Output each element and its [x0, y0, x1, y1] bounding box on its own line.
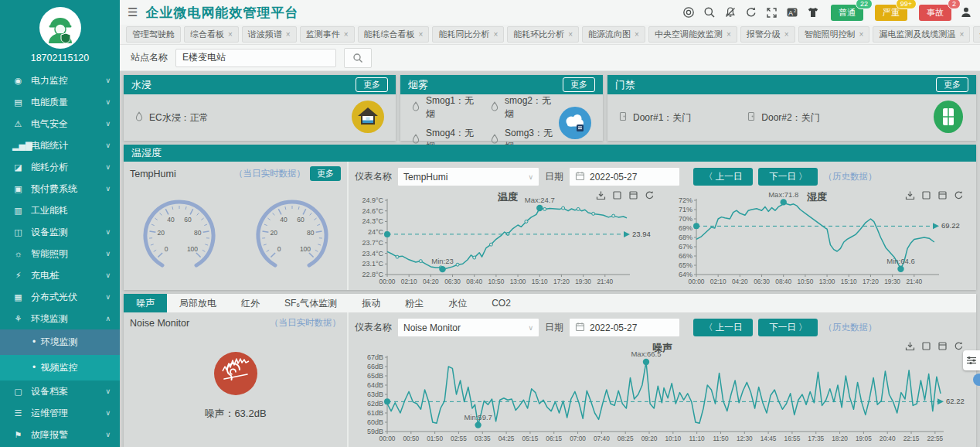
temphumi-prev-day-button[interactable]: 〈 上一日 — [693, 168, 753, 186]
at-icon[interactable] — [682, 6, 695, 19]
env-tab-振动[interactable]: 振动 — [349, 294, 393, 312]
tab-漏电监测及线缆测温[interactable]: 漏电监测及线缆测温× — [873, 26, 970, 43]
sidebar-item-电能质量[interactable]: ▤电能质量∨ — [0, 91, 120, 113]
tab-能耗环比分析[interactable]: 能耗环比分析× — [507, 26, 579, 43]
tab-监测事件[interactable]: 监测事件× — [300, 26, 355, 43]
env-tab-CO2[interactable]: CO2 — [479, 294, 523, 312]
svg-text:04:20: 04:20 — [732, 278, 748, 285]
chat-flyout-bubble[interactable] — [973, 374, 980, 386]
temphumi-next-day-button[interactable]: 下一日 〉 — [758, 168, 818, 186]
door-panel-title: 门禁 — [615, 78, 635, 92]
temphumi-meter-select[interactable]: TempHumi∨ — [397, 167, 539, 186]
sidebar-subitem-环境监测[interactable]: • 环境监测 — [0, 329, 120, 355]
sidebar-item-能耗分析[interactable]: ◪能耗分析∨ — [0, 156, 120, 178]
tab-谐波频谱[interactable]: 谐波频谱× — [242, 26, 297, 43]
close-icon[interactable]: × — [635, 30, 639, 39]
close-icon[interactable]: × — [568, 30, 573, 39]
sidebar-item-智能照明[interactable]: ☼智能照明∨ — [0, 243, 120, 264]
close-icon[interactable]: × — [726, 30, 731, 39]
search-icon[interactable] — [703, 6, 716, 19]
tab-管理驾驶舱[interactable]: 管理驾驶舱 — [126, 26, 181, 43]
close-icon[interactable]: × — [959, 30, 964, 39]
station-name-input[interactable] — [175, 49, 336, 67]
user-avatar[interactable] — [39, 7, 81, 49]
alarm-button-普通[interactable]: 普通22 — [831, 5, 863, 21]
svg-text:09:20: 09:20 — [641, 435, 658, 442]
svg-text:40: 40 — [280, 215, 288, 223]
sidebar-item-环境监测[interactable]: ⚘环境监测∧ — [0, 308, 120, 329]
close-icon[interactable]: × — [493, 30, 498, 39]
sidebar-item-运维管理[interactable]: ☰运维管理∨ — [0, 402, 120, 424]
water-more-button[interactable]: 更多 — [356, 77, 388, 92]
noise-prev-day-button[interactable]: 〈 上一日 — [693, 319, 753, 336]
sidebar-item-充电桩[interactable]: ⚡充电桩∨ — [0, 264, 120, 286]
sidebar-subitem-视频监控[interactable]: • 视频监控 — [0, 355, 120, 380]
svg-text:64dB: 64dB — [367, 381, 383, 389]
temphumi-more-button[interactable]: 更多 — [310, 166, 341, 181]
sidebar-item-电气安全[interactable]: ⚠电气安全∨ — [0, 113, 120, 135]
tab-报警分级[interactable]: 报警分级× — [740, 26, 795, 43]
svg-text:06:30: 06:30 — [754, 278, 770, 285]
door-closed-icon — [931, 100, 965, 136]
theme-icon[interactable] — [807, 6, 819, 19]
sidebar-item-分布式光伏[interactable]: ▦分布式光伏∨ — [0, 286, 120, 308]
water-panel-body: EC水浸：正常 — [124, 94, 396, 141]
droplet-icon — [134, 111, 144, 124]
tab-label: 报警分级 — [747, 29, 781, 40]
close-icon[interactable]: × — [419, 30, 424, 39]
sidebar-item-故障报警[interactable]: ⚑故障报警∨ — [0, 424, 120, 445]
tab-能耗综合看板[interactable]: 能耗综合看板× — [358, 26, 430, 43]
close-icon[interactable]: × — [859, 30, 864, 39]
alarm-button-严重[interactable]: 严重99+ — [875, 5, 907, 21]
tab-综合看板[interactable]: 综合看板× — [184, 26, 239, 43]
svg-text:67dB: 67dB — [367, 353, 383, 361]
fullscreen-icon[interactable] — [766, 7, 778, 19]
noise-next-day-button[interactable]: 下一日 〉 — [758, 319, 818, 336]
env-tab-粉尘[interactable]: 粉尘 — [393, 294, 436, 312]
env-tab-局部放电[interactable]: 局部放电 — [167, 294, 229, 312]
user-icon[interactable] — [960, 6, 972, 19]
app-root: 18702115120 ◉电力监控∨▤电能质量∨⚠电气安全∨▂▅▇电能统计∨◪能… — [0, 0, 980, 447]
env-tab-噪声[interactable]: 噪声 — [124, 294, 167, 312]
svg-text:11:50: 11:50 — [713, 435, 729, 442]
svg-text:65dB: 65dB — [367, 372, 383, 380]
close-icon[interactable]: × — [784, 30, 789, 39]
station-search-button[interactable] — [344, 48, 372, 68]
door-mini-icon — [747, 111, 756, 124]
settings-flyout-tab[interactable] — [963, 350, 980, 370]
font-size-icon[interactable]: A2 — [786, 6, 798, 19]
tab-分组用电统计[interactable]: 分组用电统计× — [973, 26, 980, 43]
svg-text:72%: 72% — [679, 196, 692, 204]
noise-meter-select[interactable]: Noise Monitor∨ — [397, 318, 539, 337]
sidebar-item-预付费系统[interactable]: ▣预付费系统∨ — [0, 178, 120, 200]
env-tab-水位[interactable]: 水位 — [436, 294, 479, 312]
close-icon[interactable]: × — [228, 30, 233, 39]
noise-controls: 仪表名称Noise Monitor∨日期2022-05-27〈 上一日下一日 〉… — [353, 316, 971, 340]
sensor-text: Door#1：关门 — [633, 111, 691, 125]
tab-能源流向图[interactable]: 能源流向图× — [582, 26, 645, 43]
sidebar-item-设备监测[interactable]: ◫设备监测∨ — [0, 221, 120, 243]
smoke-more-button[interactable]: 更多 — [563, 77, 595, 92]
env-tab-SF₆气体监测[interactable]: SF₆气体监测 — [272, 294, 349, 312]
sidebar-item-设备档案[interactable]: ▢设备档案∨ — [0, 380, 120, 402]
sidebar-item-电力监控[interactable]: ◉电力监控∨ — [0, 70, 120, 91]
temphumi-date-input[interactable]: 2022-05-27 — [569, 167, 680, 186]
sidebar-item-工业能耗[interactable]: ▥工业能耗 — [0, 200, 120, 221]
refresh-icon[interactable] — [745, 6, 757, 19]
close-icon[interactable]: × — [286, 30, 291, 39]
tab-label: 漏电监测及线缆测温 — [879, 29, 955, 40]
tab-中央空调能效监测[interactable]: 中央空调能效监测× — [648, 26, 737, 43]
tab-能耗同比分析[interactable]: 能耗同比分析× — [432, 26, 504, 43]
noise-date-input[interactable]: 2022-05-27 — [569, 318, 680, 337]
door-more-button[interactable]: 更多 — [936, 77, 968, 92]
close-icon[interactable]: × — [344, 30, 349, 39]
tab-智能照明控制[interactable]: 智能照明控制× — [798, 26, 870, 43]
svg-text:0: 0 — [277, 244, 281, 252]
alarm-button-事故[interactable]: 事故2 — [919, 5, 951, 21]
bell-mute-icon[interactable] — [724, 6, 737, 19]
menu-toggle-icon[interactable]: ☰ — [128, 5, 138, 19]
sidebar-nav: ◉电力监控∨▤电能质量∨⚠电气安全∨▂▅▇电能统计∨◪能耗分析∨▣预付费系统∨▥… — [0, 70, 120, 447]
env-tab-红外[interactable]: 红外 — [229, 294, 272, 312]
sidebar-item-电能统计[interactable]: ▂▅▇电能统计∨ — [0, 135, 120, 156]
svg-text:67%: 67% — [679, 243, 692, 251]
